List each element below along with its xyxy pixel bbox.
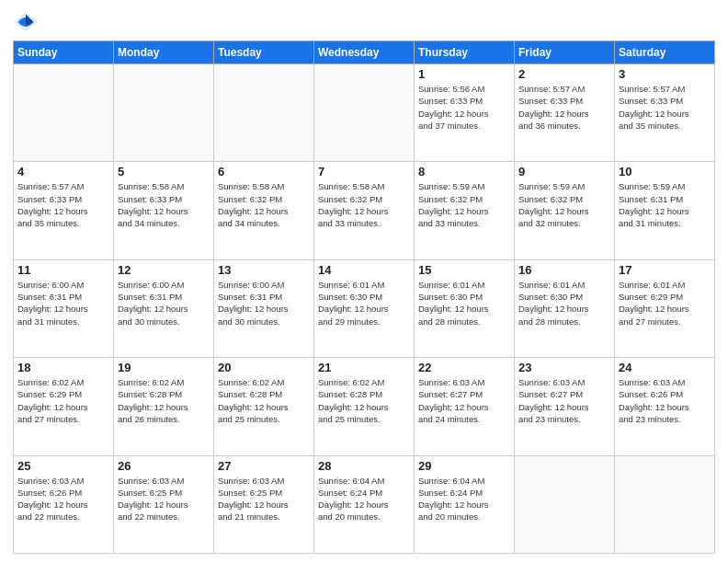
day-number: 16 <box>518 263 610 277</box>
day-number: 15 <box>418 263 510 277</box>
calendar-cell: 11Sunrise: 6:00 AM Sunset: 6:31 PM Dayli… <box>14 259 114 357</box>
calendar-cell: 9Sunrise: 5:59 AM Sunset: 6:32 PM Daylig… <box>515 162 615 259</box>
calendar-cell: 8Sunrise: 5:59 AM Sunset: 6:32 PM Daylig… <box>415 162 515 259</box>
calendar-table: SundayMondayTuesdayWednesdayThursdayFrid… <box>13 40 715 554</box>
calendar-cell: 19Sunrise: 6:02 AM Sunset: 6:28 PM Dayli… <box>114 358 214 455</box>
day-info: Sunrise: 6:01 AM Sunset: 6:30 PM Dayligh… <box>318 279 410 327</box>
day-number: 7 <box>318 165 410 178</box>
calendar-cell: 14Sunrise: 6:01 AM Sunset: 6:30 PM Dayli… <box>314 259 415 357</box>
calendar-cell: 15Sunrise: 6:01 AM Sunset: 6:30 PM Dayli… <box>415 259 515 357</box>
calendar-cell: 26Sunrise: 6:03 AM Sunset: 6:25 PM Dayli… <box>114 455 214 553</box>
calendar-cell: 3Sunrise: 5:57 AM Sunset: 6:33 PM Daylig… <box>615 64 715 162</box>
calendar-cell: 10Sunrise: 5:59 AM Sunset: 6:31 PM Dayli… <box>615 162 715 259</box>
day-number: 13 <box>218 263 310 277</box>
day-info: Sunrise: 5:59 AM Sunset: 6:32 PM Dayligh… <box>418 180 510 229</box>
day-number: 2 <box>518 67 610 81</box>
day-info: Sunrise: 5:56 AM Sunset: 6:33 PM Dayligh… <box>418 83 510 132</box>
calendar-week-5: 25Sunrise: 6:03 AM Sunset: 6:26 PM Dayli… <box>14 455 715 553</box>
day-info: Sunrise: 5:58 AM Sunset: 6:32 PM Dayligh… <box>218 180 310 229</box>
day-info: Sunrise: 5:58 AM Sunset: 6:32 PM Dayligh… <box>318 180 410 229</box>
day-info: Sunrise: 6:03 AM Sunset: 6:25 PM Dayligh… <box>118 475 210 523</box>
day-info: Sunrise: 6:04 AM Sunset: 6:24 PM Dayligh… <box>418 475 510 523</box>
day-number: 25 <box>17 459 109 473</box>
day-info: Sunrise: 6:00 AM Sunset: 6:31 PM Dayligh… <box>118 279 210 327</box>
calendar-cell: 5Sunrise: 5:58 AM Sunset: 6:33 PM Daylig… <box>114 162 214 259</box>
day-number: 19 <box>118 361 210 374</box>
day-info: Sunrise: 6:01 AM Sunset: 6:29 PM Dayligh… <box>619 279 711 327</box>
day-info: Sunrise: 6:03 AM Sunset: 6:27 PM Dayligh… <box>418 376 510 425</box>
calendar-cell <box>314 64 415 162</box>
day-number: 11 <box>17 263 109 277</box>
calendar-cell: 2Sunrise: 5:57 AM Sunset: 6:33 PM Daylig… <box>515 64 615 162</box>
calendar-cell: 1Sunrise: 5:56 AM Sunset: 6:33 PM Daylig… <box>415 64 515 162</box>
calendar-cell: 23Sunrise: 6:03 AM Sunset: 6:27 PM Dayli… <box>515 358 615 455</box>
calendar-cell: 25Sunrise: 6:03 AM Sunset: 6:26 PM Dayli… <box>14 455 114 553</box>
weekday-header-sunday: Sunday <box>14 41 114 64</box>
weekday-header-thursday: Thursday <box>415 41 515 64</box>
calendar-week-4: 18Sunrise: 6:02 AM Sunset: 6:29 PM Dayli… <box>14 358 715 455</box>
calendar-cell <box>114 64 214 162</box>
calendar-cell: 16Sunrise: 6:01 AM Sunset: 6:30 PM Dayli… <box>515 259 615 357</box>
calendar-cell: 18Sunrise: 6:02 AM Sunset: 6:29 PM Dayli… <box>14 358 114 455</box>
day-info: Sunrise: 6:03 AM Sunset: 6:26 PM Dayligh… <box>17 475 109 523</box>
day-number: 29 <box>418 459 510 473</box>
day-info: Sunrise: 5:57 AM Sunset: 6:33 PM Dayligh… <box>17 180 109 229</box>
day-number: 24 <box>619 361 711 374</box>
day-info: Sunrise: 6:02 AM Sunset: 6:29 PM Dayligh… <box>17 376 109 425</box>
weekday-header-friday: Friday <box>515 41 615 64</box>
calendar-week-3: 11Sunrise: 6:00 AM Sunset: 6:31 PM Dayli… <box>14 259 715 357</box>
calendar-cell: 4Sunrise: 5:57 AM Sunset: 6:33 PM Daylig… <box>14 162 114 259</box>
day-number: 14 <box>318 263 410 277</box>
day-number: 4 <box>17 165 109 178</box>
calendar-cell: 17Sunrise: 6:01 AM Sunset: 6:29 PM Dayli… <box>615 259 715 357</box>
day-info: Sunrise: 5:57 AM Sunset: 6:33 PM Dayligh… <box>619 83 711 132</box>
day-info: Sunrise: 6:02 AM Sunset: 6:28 PM Dayligh… <box>118 376 210 425</box>
day-number: 3 <box>619 67 711 81</box>
weekday-header-saturday: Saturday <box>615 41 715 64</box>
calendar-cell <box>14 64 114 162</box>
weekday-header-monday: Monday <box>114 41 214 64</box>
day-number: 28 <box>318 459 410 473</box>
calendar-cell: 24Sunrise: 6:03 AM Sunset: 6:26 PM Dayli… <box>615 358 715 455</box>
page: SundayMondayTuesdayWednesdayThursdayFrid… <box>0 0 728 563</box>
calendar-week-1: 1Sunrise: 5:56 AM Sunset: 6:33 PM Daylig… <box>14 64 715 162</box>
day-number: 10 <box>619 165 711 178</box>
logo <box>13 9 42 35</box>
day-info: Sunrise: 6:03 AM Sunset: 6:26 PM Dayligh… <box>619 376 711 425</box>
day-info: Sunrise: 5:59 AM Sunset: 6:32 PM Dayligh… <box>518 180 610 229</box>
day-info: Sunrise: 6:04 AM Sunset: 6:24 PM Dayligh… <box>318 475 410 523</box>
day-info: Sunrise: 6:03 AM Sunset: 6:25 PM Dayligh… <box>218 475 310 523</box>
day-number: 26 <box>118 459 210 473</box>
calendar-cell: 13Sunrise: 6:00 AM Sunset: 6:31 PM Dayli… <box>214 259 314 357</box>
day-info: Sunrise: 6:03 AM Sunset: 6:27 PM Dayligh… <box>518 376 610 425</box>
day-info: Sunrise: 5:58 AM Sunset: 6:33 PM Dayligh… <box>118 180 210 229</box>
day-number: 21 <box>318 361 410 374</box>
day-info: Sunrise: 5:57 AM Sunset: 6:33 PM Dayligh… <box>518 83 610 132</box>
day-info: Sunrise: 6:01 AM Sunset: 6:30 PM Dayligh… <box>418 279 510 327</box>
day-info: Sunrise: 6:00 AM Sunset: 6:31 PM Dayligh… <box>17 279 109 327</box>
day-number: 9 <box>518 165 610 178</box>
calendar-cell <box>515 455 615 553</box>
calendar-cell: 21Sunrise: 6:02 AM Sunset: 6:28 PM Dayli… <box>314 358 415 455</box>
calendar-cell: 22Sunrise: 6:03 AM Sunset: 6:27 PM Dayli… <box>415 358 515 455</box>
calendar-cell: 20Sunrise: 6:02 AM Sunset: 6:28 PM Dayli… <box>214 358 314 455</box>
weekday-header-wednesday: Wednesday <box>314 41 415 64</box>
calendar-cell: 29Sunrise: 6:04 AM Sunset: 6:24 PM Dayli… <box>415 455 515 553</box>
calendar-cell: 28Sunrise: 6:04 AM Sunset: 6:24 PM Dayli… <box>314 455 415 553</box>
calendar-cell: 6Sunrise: 5:58 AM Sunset: 6:32 PM Daylig… <box>214 162 314 259</box>
calendar-cell: 7Sunrise: 5:58 AM Sunset: 6:32 PM Daylig… <box>314 162 415 259</box>
day-number: 27 <box>218 459 310 473</box>
calendar-cell <box>615 455 715 553</box>
day-info: Sunrise: 6:02 AM Sunset: 6:28 PM Dayligh… <box>318 376 410 425</box>
calendar-week-2: 4Sunrise: 5:57 AM Sunset: 6:33 PM Daylig… <box>14 162 715 259</box>
day-number: 20 <box>218 361 310 374</box>
day-info: Sunrise: 6:01 AM Sunset: 6:30 PM Dayligh… <box>518 279 610 327</box>
day-number: 22 <box>418 361 510 374</box>
day-number: 6 <box>218 165 310 178</box>
day-number: 8 <box>418 165 510 178</box>
day-info: Sunrise: 6:00 AM Sunset: 6:31 PM Dayligh… <box>218 279 310 327</box>
weekday-header-row: SundayMondayTuesdayWednesdayThursdayFrid… <box>14 41 715 64</box>
day-number: 23 <box>518 361 610 374</box>
day-info: Sunrise: 6:02 AM Sunset: 6:28 PM Dayligh… <box>218 376 310 425</box>
calendar-cell: 12Sunrise: 6:00 AM Sunset: 6:31 PM Dayli… <box>114 259 214 357</box>
